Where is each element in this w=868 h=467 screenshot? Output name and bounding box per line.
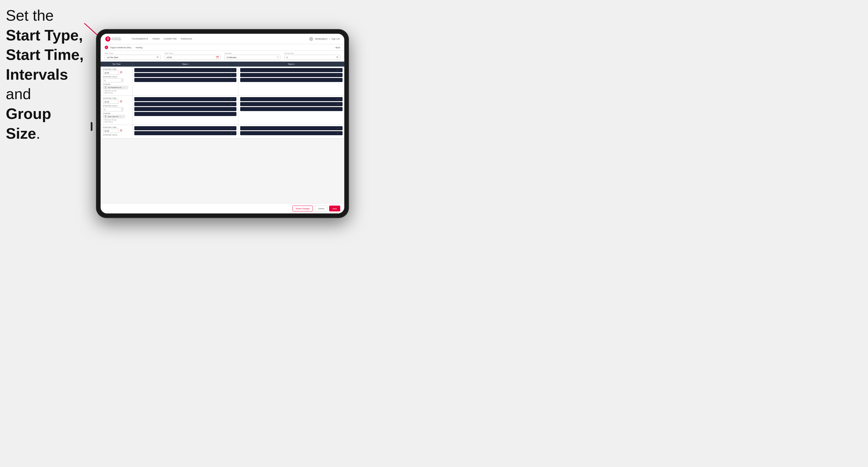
sign-out-link[interactable]: Sign out — [332, 37, 340, 41]
remove-group-label-2: Remove Group — [105, 119, 117, 121]
player-row-g3-2-2: × ⋯ — [240, 131, 343, 135]
player-x-g3-2-2[interactable]: × — [337, 132, 338, 134]
cancel-button[interactable]: Cancel — [315, 206, 328, 211]
hole-down-1[interactable]: ▼ — [121, 80, 123, 82]
player-row-g3-1-2: × ⋯ — [134, 131, 237, 135]
player-dots-g2-2-1[interactable]: ⋯ — [339, 98, 341, 100]
group-size-label: Group Size — [284, 52, 340, 54]
starting-time-label-1: STARTING TIME: — [103, 68, 130, 70]
player-row-2-1: × ⋯ — [240, 68, 343, 72]
sub-header: C Clippd Invitational (Mar) › Hosting Ba… — [101, 44, 344, 51]
player-x-g2-2-1[interactable]: × — [337, 98, 338, 100]
player-x-g3-2-1[interactable]: × — [337, 127, 338, 129]
brand-name: SCOREBOARD Powered by clippd — [112, 37, 121, 40]
starting-time-input-2[interactable] — [103, 100, 119, 104]
start-time-wrap: ⏰ — [164, 55, 220, 60]
nav-right: blair@clippd.io | Sign out — [309, 37, 340, 41]
tee-group-2: STARTING TIME: ⏰ STARTING HOLE: ▲ ▼ COUR… — [101, 96, 344, 125]
instruction-line1: Set the — [6, 7, 54, 24]
save-button[interactable]: Save — [329, 206, 340, 211]
player-x-icon-2-2[interactable]: × — [337, 74, 338, 76]
instruction-bold1: Start Type, — [6, 27, 83, 43]
settings-bar: Start Type 1st Tee Start Start Time ⏰ In… — [101, 51, 344, 62]
player-empty-1 — [134, 78, 237, 82]
course-remove-1[interactable]: × — [123, 87, 124, 89]
starting-time-input-1[interactable] — [103, 71, 119, 75]
hole-down-2[interactable]: ▼ — [121, 109, 123, 111]
player-row-g2-2-1: × ⋯ — [240, 97, 343, 101]
time-icon-3: ⏰ — [120, 130, 122, 132]
group-size-select[interactable]: 3 — [284, 55, 340, 60]
player-x-g3-1-1[interactable]: × — [230, 127, 232, 129]
tee-left-1: STARTING TIME: ⏰ STARTING HOLE: ▲ ▼ COUR… — [101, 67, 133, 95]
starting-hole-input-2[interactable] — [103, 107, 123, 112]
course-remove-2[interactable]: × — [120, 116, 121, 118]
player-x-icon-2-1[interactable]: × — [337, 69, 338, 71]
player-dots-g2-2-2[interactable]: ⋯ — [339, 103, 341, 105]
instruction-bold3: Intervals — [6, 66, 68, 83]
tablet-screen: S SCOREBOARD Powered by clippd TOURNAMEN… — [101, 34, 344, 213]
start-time-label: Start Time — [164, 52, 220, 54]
course-icon-1: 🏌 — [104, 86, 107, 89]
starting-hole-input-1[interactable] — [103, 78, 123, 82]
nav-committee[interactable]: COMMITTEE — [164, 37, 177, 41]
starting-hole-label-2: STARTING HOLE: — [103, 105, 130, 107]
course-label-1: COURSE: — [103, 84, 130, 85]
course-label-2: COURSE: — [103, 113, 130, 114]
intervals-input[interactable] — [224, 55, 280, 60]
player-dots-icon-2-1[interactable]: ⋯ — [339, 69, 341, 71]
reset-changes-button[interactable]: Reset Changes — [292, 206, 313, 211]
player-dots-g3-1-2[interactable]: ⋯ — [233, 132, 235, 134]
course-dots-1[interactable]: ⋯ — [125, 86, 127, 89]
main-content[interactable]: STARTING TIME: ⏰ STARTING HOLE: ▲ ▼ COUR… — [101, 67, 344, 203]
starting-hole-wrap-1: ▲ ▼ — [103, 78, 123, 82]
player-dots-icon-1-1[interactable]: ⋯ — [233, 69, 235, 71]
start-time-input[interactable] — [164, 55, 220, 60]
nav-rankings[interactable]: RANKINGS — [181, 37, 192, 41]
add-group-label-2: + Add Group — [103, 121, 113, 123]
player-empty-g2-2 — [240, 107, 343, 111]
start-type-select[interactable]: 1st Tee Start — [105, 55, 160, 60]
player-x-g2-1-1[interactable]: × — [230, 98, 232, 100]
intervals-wrap: ⏱ — [224, 55, 280, 60]
player-row-1-2: × ⋯ — [134, 73, 237, 77]
player-x-g2-1-2[interactable]: × — [230, 103, 232, 105]
player-x-icon-1-2[interactable]: × — [230, 74, 232, 76]
starting-hole-label-3: STARTING HOLE: — [103, 134, 130, 136]
group-size-group: Group Size 3 — [284, 52, 340, 60]
player-dots-g3-2-1[interactable]: ⋯ — [339, 127, 341, 129]
nav-teams[interactable]: TEAMS — [152, 37, 160, 41]
user-email: blair@clippd.io — [315, 38, 328, 40]
player-dots-g3-2-2[interactable]: ⋯ — [339, 132, 341, 134]
player-row-g2-1-2: × ⋯ — [134, 102, 237, 106]
team1-col-header: Team 1 — [133, 62, 239, 67]
player-dots-g2-1-2[interactable]: ⋯ — [233, 103, 235, 105]
instruction-bold2: Start Time, — [6, 46, 84, 63]
player-dots-g2-1-1[interactable]: ⋯ — [233, 98, 235, 100]
navbar: S SCOREBOARD Powered by clippd TOURNAMEN… — [101, 34, 344, 44]
player-dots-icon-1-2[interactable]: ⋯ — [233, 74, 235, 76]
player-dots-g3-1-1[interactable]: ⋯ — [233, 127, 235, 129]
breadcrumb-section: Hosting — [135, 46, 143, 49]
remove-group-btn-2[interactable]: ○ Remove Group — [103, 119, 130, 121]
tee-group-1: STARTING TIME: ⏰ STARTING HOLE: ▲ ▼ COUR… — [101, 67, 344, 96]
add-group-btn-1[interactable]: + Add Group — [103, 92, 130, 94]
player-dots-icon-2-2[interactable]: ⋯ — [339, 74, 341, 76]
starting-hole-label-1: STARTING HOLE: — [103, 76, 130, 77]
remove-group-btn-1[interactable]: ○ Remove Group — [103, 90, 130, 92]
intervals-label: Intervals — [224, 52, 280, 54]
back-button[interactable]: Back — [334, 46, 340, 49]
starting-time-label-2: STARTING TIME: — [103, 97, 130, 99]
breadcrumb-tournament[interactable]: Clippd Invitational (Mar) — [110, 46, 131, 49]
add-group-btn-2[interactable]: + Add Group — [103, 121, 130, 123]
player-x-g2-2-2[interactable]: × — [337, 103, 338, 105]
player-row-g3-1-1: × ⋯ — [134, 126, 237, 130]
course-dots-2[interactable]: ⋯ — [122, 116, 124, 118]
nav-tournaments[interactable]: TOURNAMENTS — [131, 37, 148, 41]
player-x-icon-1-1[interactable]: × — [230, 69, 232, 71]
starting-time-input-3[interactable] — [103, 129, 119, 133]
instruction-line4: and — [6, 86, 31, 102]
remove-group-icon-2: ○ — [103, 119, 104, 121]
player-x-g3-1-2[interactable]: × — [230, 132, 232, 134]
player-row-g3-2-1: × ⋯ — [240, 126, 343, 130]
